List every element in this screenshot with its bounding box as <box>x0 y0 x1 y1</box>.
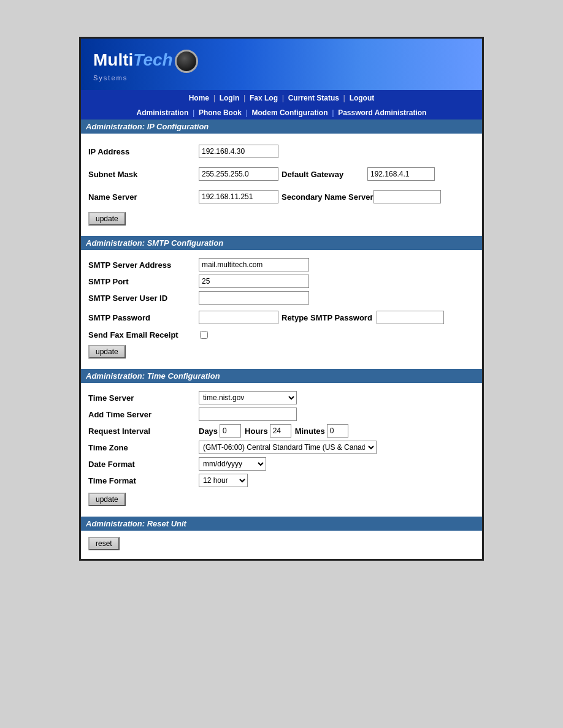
logo-area: MultiTech Systems <box>93 50 198 82</box>
time-format-row: Time Format 12 hour 24 hour <box>88 474 475 487</box>
smtp-retype-right: Retype SMTP Password <box>282 308 475 327</box>
time-form-area: Time Server time.nist.gov pool.ntp.org A… <box>81 383 482 517</box>
logo-multi: Multi <box>93 50 133 69</box>
logo-text: MultiTech <box>93 50 198 69</box>
gateway-right: Default Gateway <box>282 164 475 184</box>
reset-button[interactable]: reset <box>88 537 120 550</box>
smtp-user-row: SMTP Server User ID <box>88 291 475 305</box>
ip-address-row: IP Address <box>88 142 475 161</box>
nav-sep-3: | <box>282 93 284 102</box>
time-zone-label: Time Zone <box>88 443 199 452</box>
smtp-password-input[interactable] <box>199 311 278 324</box>
send-fax-row: Send Fax Email Receipt <box>88 330 475 339</box>
default-gateway-input[interactable] <box>367 167 435 181</box>
name-server-input[interactable] <box>199 190 278 203</box>
nav-password-admin[interactable]: Password Administration <box>338 108 426 117</box>
smtp-port-input[interactable] <box>199 275 309 288</box>
smtp-section-header: Administration: SMTP Configuration <box>81 236 482 250</box>
hours-label: Hours <box>245 427 268 436</box>
add-time-server-label: Add Time Server <box>88 410 199 419</box>
time-format-label: Time Format <box>88 476 199 485</box>
nav-sep-4: | <box>343 93 345 102</box>
nameserver-split: Name Server Secondary Name Server <box>88 187 475 207</box>
nav-secondary: Administration | Phone Book | Modem Conf… <box>81 105 482 119</box>
send-fax-label: Send Fax Email Receipt <box>88 330 199 339</box>
send-fax-checkbox[interactable] <box>200 331 208 339</box>
date-format-label: Date Format <box>88 460 199 469</box>
add-time-server-input[interactable] <box>199 408 297 421</box>
nav-phone-book[interactable]: Phone Book <box>199 108 242 117</box>
time-server-label: Time Server <box>88 393 199 403</box>
smtp-server-input[interactable] <box>199 258 309 271</box>
nav-sep-1: | <box>213 93 215 102</box>
smtp-user-label: SMTP Server User ID <box>88 294 199 303</box>
subnet-mask-input[interactable] <box>199 167 278 181</box>
time-section-header: Administration: Time Configuration <box>81 369 482 383</box>
hours-input[interactable] <box>270 424 291 438</box>
ip-update-button[interactable]: update <box>88 212 126 226</box>
header-logo: MultiTech Systems <box>81 39 482 90</box>
smtp-server-label: SMTP Server Address <box>88 260 199 270</box>
time-zone-row: Time Zone (GMT-06:00) Central Standard T… <box>88 441 475 454</box>
logo-circle <box>175 50 198 73</box>
date-format-select[interactable]: mm/dd/yyyy dd/mm/yyyy yyyy/mm/dd <box>199 457 266 471</box>
nav-login[interactable]: Login <box>220 94 240 102</box>
subnet-gateway-row: Subnet Mask Default Gateway <box>88 164 475 184</box>
nav-faxlog[interactable]: Fax Log <box>250 94 278 102</box>
nav-modem-config[interactable]: Modem Configuration <box>252 108 328 117</box>
retype-smtp-password-input[interactable] <box>377 311 444 324</box>
time-update-button[interactable]: update <box>88 493 126 506</box>
secondary-name-server-label: Secondary Name Server <box>282 192 373 202</box>
ip-form-area: IP Address Subnet Mask Default Gate <box>81 134 482 236</box>
ip-address-label: IP Address <box>88 147 199 156</box>
smtp-port-label: SMTP Port <box>88 277 199 286</box>
time-server-select[interactable]: time.nist.gov pool.ntp.org <box>199 391 297 404</box>
reset-section-header: Administration: Reset Unit <box>81 517 482 531</box>
smtp-password-row: SMTP Password Retype SMTP Password <box>88 308 475 327</box>
ip-row-split: IP Address <box>88 142 475 161</box>
days-input[interactable] <box>220 424 241 438</box>
smtp-update-button[interactable]: update <box>88 345 126 358</box>
retype-smtp-password-label: Retype SMTP Password <box>282 313 377 322</box>
nameserver-left: Name Server <box>88 187 282 207</box>
ip-left: IP Address <box>88 142 282 161</box>
minutes-input[interactable] <box>327 424 348 438</box>
smtp-update-row: update <box>88 343 475 361</box>
subnet-mask-label: Subnet Mask <box>88 170 199 179</box>
nav-logout[interactable]: Logout <box>350 94 375 102</box>
subnet-left: Subnet Mask <box>88 164 282 184</box>
request-interval-row: Request Interval Days Hours Minutes <box>88 424 475 438</box>
smtp-password-label: SMTP Password <box>88 313 199 322</box>
smtp-form-area: SMTP Server Address SMTP Port SMTP Serve… <box>81 250 482 369</box>
nav-current-status[interactable]: Current Status <box>288 94 339 102</box>
nav-sep-5: | <box>193 108 194 117</box>
ip-address-input[interactable] <box>199 145 278 158</box>
time-zone-select[interactable]: (GMT-06:00) Central Standard Time (US & … <box>199 441 377 454</box>
nav-administration[interactable]: Administration <box>137 108 189 117</box>
nameserver-row: Name Server Secondary Name Server <box>88 187 475 207</box>
logo-tech: Tech <box>133 50 172 69</box>
ip-right <box>282 142 475 161</box>
reset-area: reset <box>81 531 482 559</box>
nameserver-inner-row: Name Server <box>88 190 282 203</box>
smtp-server-row: SMTP Server Address <box>88 258 475 271</box>
secondary-ns-right: Secondary Name Server <box>282 187 475 207</box>
time-format-select[interactable]: 12 hour 24 hour <box>199 474 248 487</box>
add-time-server-row: Add Time Server <box>88 408 475 421</box>
nav-primary: Home | Login | Fax Log | Current Status … <box>81 90 482 105</box>
smtp-user-input[interactable] <box>199 291 309 305</box>
date-format-row: Date Format mm/dd/yyyy dd/mm/yyyy yyyy/m… <box>88 457 475 471</box>
time-update-row: update <box>88 490 475 509</box>
default-gateway-label: Default Gateway <box>282 170 367 179</box>
nav-home[interactable]: Home <box>189 94 209 102</box>
smtp-password-split: SMTP Password Retype SMTP Password <box>88 308 475 327</box>
secondary-name-server-input[interactable] <box>373 190 441 203</box>
ip-address-inner-row: IP Address <box>88 145 282 158</box>
smtp-password-inner: SMTP Password <box>88 311 282 324</box>
nav-sep-7: | <box>332 108 334 117</box>
smtp-port-row: SMTP Port <box>88 275 475 288</box>
days-label: Days <box>199 427 218 436</box>
minutes-label: Minutes <box>295 427 325 436</box>
subnet-gateway-split: Subnet Mask Default Gateway <box>88 164 475 184</box>
logo-systems: Systems <box>93 74 198 82</box>
